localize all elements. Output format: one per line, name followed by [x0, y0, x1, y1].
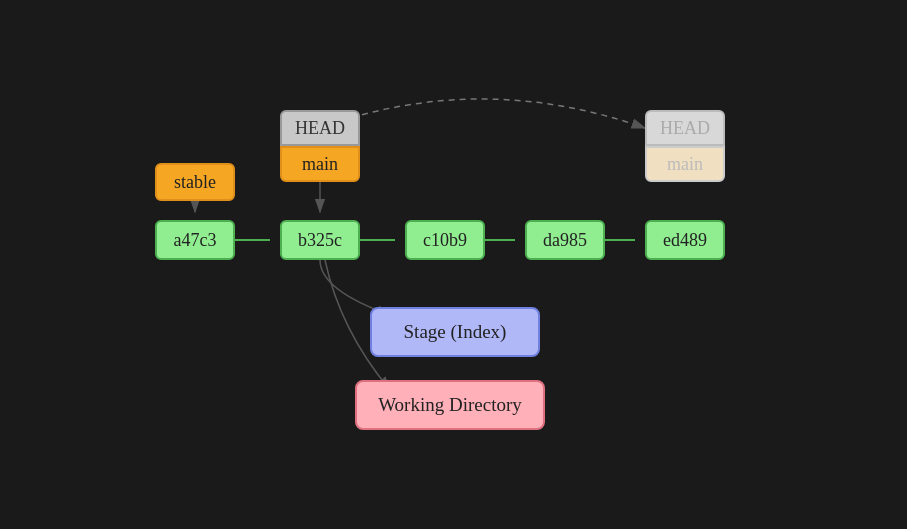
- stable-label: stable: [155, 163, 235, 201]
- head-text-remote: HEAD: [660, 118, 710, 139]
- commit-id-b325c: b325c: [298, 230, 342, 251]
- commit-c10b9: c10b9: [405, 220, 485, 260]
- head-main-remote: HEAD main: [645, 110, 725, 182]
- commit-b325c: b325c: [280, 220, 360, 260]
- stage-index: Stage (Index): [370, 307, 540, 357]
- main-label-local: main: [280, 146, 360, 182]
- main-text-remote: main: [667, 154, 703, 175]
- head-text-local: HEAD: [295, 118, 345, 139]
- commit-id-da985: da985: [543, 230, 587, 251]
- stable-text: stable: [174, 172, 216, 193]
- stage-text: Stage (Index): [404, 321, 507, 343]
- commit-id-c10b9: c10b9: [423, 230, 467, 251]
- commit-a47c3: a47c3: [155, 220, 235, 260]
- workdir-text: Working Directory: [378, 394, 522, 416]
- commit-id-a47c3: a47c3: [174, 230, 217, 251]
- main-label-remote: main: [645, 146, 725, 182]
- commit-da985: da985: [525, 220, 605, 260]
- diagram-container: stable HEAD main HEAD main a47c3 b325c c…: [0, 0, 907, 529]
- head-label-remote: HEAD: [645, 110, 725, 146]
- diagram-arrows: [0, 0, 907, 529]
- commit-id-ed489: ed489: [663, 230, 707, 251]
- arrow-local-to-remote: [320, 99, 645, 128]
- main-text-local: main: [302, 154, 338, 175]
- head-main-local: HEAD main: [280, 110, 360, 182]
- commit-ed489: ed489: [645, 220, 725, 260]
- head-label-local: HEAD: [280, 110, 360, 146]
- working-directory: Working Directory: [355, 380, 545, 430]
